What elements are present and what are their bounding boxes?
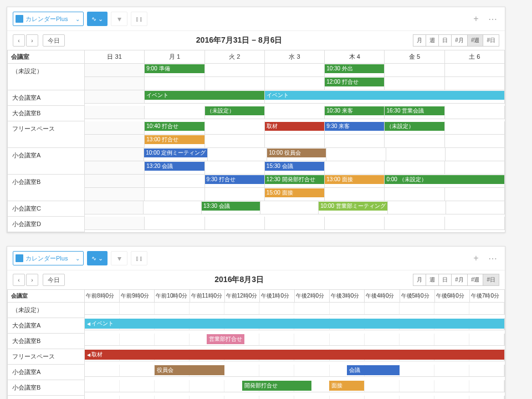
day-cell[interactable] — [145, 217, 204, 230]
day-cell[interactable]: 9:30 打合せ — [205, 175, 265, 188]
event[interactable]: イベント — [145, 91, 264, 100]
day-cell[interactable] — [205, 64, 265, 77]
event[interactable]: 16:30 営業会議 — [385, 106, 444, 115]
filter-button[interactable]: ▾ — [111, 251, 127, 265]
day-cell[interactable] — [388, 201, 447, 214]
day-cell[interactable]: 10:00 営業部ミーティング — [319, 201, 388, 214]
event[interactable]: 10:00 営業部ミーティング — [319, 202, 387, 211]
event[interactable]: 12:30 開発部打合せ — [265, 175, 324, 184]
day-cell[interactable]: 13:30 会議 — [202, 201, 260, 214]
day-cell[interactable] — [445, 188, 505, 201]
event[interactable]: 10:00 定例ミーティング — [144, 149, 207, 157]
event[interactable]: 10:30 来客 — [325, 106, 384, 115]
view-hash-week[interactable]: #週 — [467, 34, 484, 47]
day-cell[interactable] — [385, 64, 444, 77]
view-hash-month[interactable]: #月 — [451, 34, 468, 47]
day-cell[interactable]: 10:30 外出 — [325, 64, 385, 77]
day-cell[interactable] — [205, 188, 265, 201]
day-cell[interactable] — [85, 106, 145, 119]
timeline-track[interactable]: 営業部打合せ — [85, 334, 505, 346]
day-cell[interactable]: 13:00 打合せ — [145, 135, 204, 148]
view-week[interactable]: 週 — [426, 274, 439, 286]
day-cell[interactable] — [325, 217, 385, 230]
day-cell[interactable] — [205, 161, 265, 175]
day-cell[interactable] — [85, 64, 145, 77]
view-hash-month[interactable]: #月 — [451, 274, 468, 286]
event[interactable]: （未設定） — [385, 122, 444, 131]
day-cell[interactable]: 10:00 定例ミーティング — [144, 148, 208, 161]
day-cell[interactable]: 15:30 会議 — [265, 161, 325, 175]
day-cell[interactable] — [445, 161, 505, 175]
event[interactable]: ◀取材 — [85, 350, 504, 360]
day-cell[interactable] — [145, 188, 204, 201]
event[interactable]: 役員会 — [155, 365, 224, 375]
day-cell[interactable] — [205, 135, 265, 148]
day-cell[interactable] — [260, 201, 319, 214]
day-cell[interactable] — [265, 77, 325, 90]
day-cell[interactable]: イベント — [145, 90, 265, 104]
event[interactable]: 15:30 会議 — [265, 162, 324, 171]
day-cell[interactable] — [265, 106, 325, 119]
event[interactable]: 開発部打合せ — [242, 381, 311, 391]
day-cell[interactable] — [85, 148, 144, 161]
event[interactable]: 10:40 打合せ — [145, 122, 204, 131]
view-week[interactable]: 週 — [426, 34, 439, 47]
timeline-track[interactable]: 開発部打合せ面接 — [85, 380, 505, 392]
day-cell[interactable]: （未設定） — [205, 106, 265, 119]
day-cell[interactable]: 0:00 （未設定） — [385, 175, 505, 188]
view-hash-week[interactable]: #週 — [467, 274, 484, 286]
day-cell[interactable] — [325, 135, 385, 148]
next-button[interactable]: › — [26, 274, 38, 286]
day-cell[interactable] — [85, 188, 145, 201]
day-cell[interactable]: 12:00 打合せ — [325, 77, 385, 90]
day-cell[interactable]: 16:30 営業会議 — [385, 106, 444, 119]
event[interactable]: 営業部打合せ — [207, 334, 244, 344]
day-cell[interactable] — [385, 77, 444, 90]
chart-mode-button[interactable]: ∿ ⌄ — [87, 251, 108, 265]
day-cell[interactable] — [325, 161, 385, 175]
day-cell[interactable]: 13:00 面接 — [325, 175, 385, 188]
event[interactable]: イベント — [265, 91, 504, 100]
event[interactable]: 会議 — [347, 365, 400, 375]
event[interactable]: 13:30 会議 — [202, 202, 260, 211]
day-cell[interactable]: 10:30 来客 — [325, 106, 385, 119]
event[interactable]: 13:00 打合せ — [145, 135, 204, 144]
event[interactable]: 0:00 （未設定） — [385, 175, 504, 184]
day-cell[interactable] — [145, 106, 204, 119]
day-cell[interactable] — [445, 106, 505, 119]
prev-button[interactable]: ‹ — [13, 34, 25, 47]
day-cell[interactable]: 取材 — [265, 121, 325, 135]
event[interactable]: 面接 — [329, 381, 364, 391]
day-cell[interactable]: （未設定） — [385, 121, 444, 135]
app-selector[interactable]: カレンダーPlus ⌄ — [13, 251, 84, 265]
day-cell[interactable] — [386, 148, 446, 161]
event[interactable]: 取材 — [265, 122, 324, 131]
day-cell[interactable]: 10:00 役員会 — [267, 148, 326, 161]
view-month[interactable]: 月 — [413, 34, 426, 47]
view-hash-day[interactable]: #日 — [483, 34, 499, 47]
day-cell[interactable] — [205, 121, 265, 135]
day-cell[interactable] — [208, 148, 267, 161]
day-cell[interactable] — [85, 90, 145, 104]
event[interactable]: 13:00 面接 — [325, 175, 384, 184]
day-cell[interactable] — [445, 217, 505, 230]
day-cell[interactable] — [265, 64, 325, 77]
day-cell[interactable]: 10:40 打合せ — [145, 121, 204, 135]
prev-button[interactable]: ‹ — [13, 274, 25, 286]
day-cell[interactable] — [85, 161, 145, 175]
day-cell[interactable]: 9:00 準備 — [145, 64, 204, 77]
event[interactable]: 9:30 来客 — [325, 122, 384, 131]
timeline-track[interactable]: ◀イベント — [85, 318, 505, 330]
day-cell[interactable] — [446, 201, 505, 214]
day-cell[interactable]: 13:20 会議 — [145, 161, 204, 175]
day-cell[interactable]: 12:30 開発部打合せ — [265, 175, 325, 188]
day-cell[interactable] — [445, 135, 505, 148]
view-day[interactable]: 日 — [438, 274, 452, 286]
view-month[interactable]: 月 — [413, 274, 426, 286]
timeline-track[interactable] — [85, 396, 505, 399]
event[interactable]: 15:00 面接 — [265, 188, 324, 197]
day-cell[interactable] — [445, 77, 505, 90]
event[interactable]: 12:00 打合せ — [325, 78, 384, 86]
day-cell[interactable] — [85, 135, 145, 148]
day-cell[interactable] — [145, 77, 204, 90]
